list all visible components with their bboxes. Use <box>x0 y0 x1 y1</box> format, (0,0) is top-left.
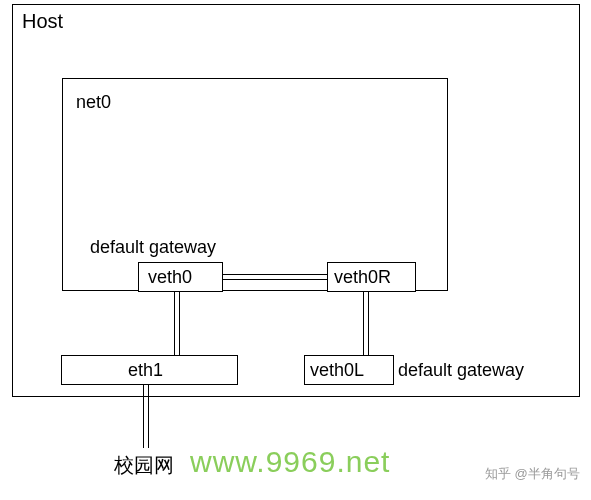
veth0-label: veth0 <box>148 267 192 288</box>
host-label: Host <box>22 10 63 33</box>
default-gateway-label-right: default gateway <box>398 360 524 381</box>
net0-box <box>62 78 448 291</box>
watermark-attribution: 知乎 @半角句号 <box>485 465 580 483</box>
eth1-label: eth1 <box>128 360 163 381</box>
net0-label: net0 <box>76 92 111 113</box>
veth0r-label: veth0R <box>334 267 391 288</box>
watermark-url: www.9969.net <box>190 445 390 479</box>
campus-label: 校园网 <box>114 452 174 479</box>
connector-eth1-campus <box>143 385 149 448</box>
connector-veth0-veth0r <box>223 274 327 280</box>
connector-veth0r-veth0l <box>363 292 369 355</box>
default-gateway-label-top: default gateway <box>90 237 216 258</box>
veth0l-label: veth0L <box>310 360 364 381</box>
connector-veth0-eth1 <box>174 292 180 355</box>
